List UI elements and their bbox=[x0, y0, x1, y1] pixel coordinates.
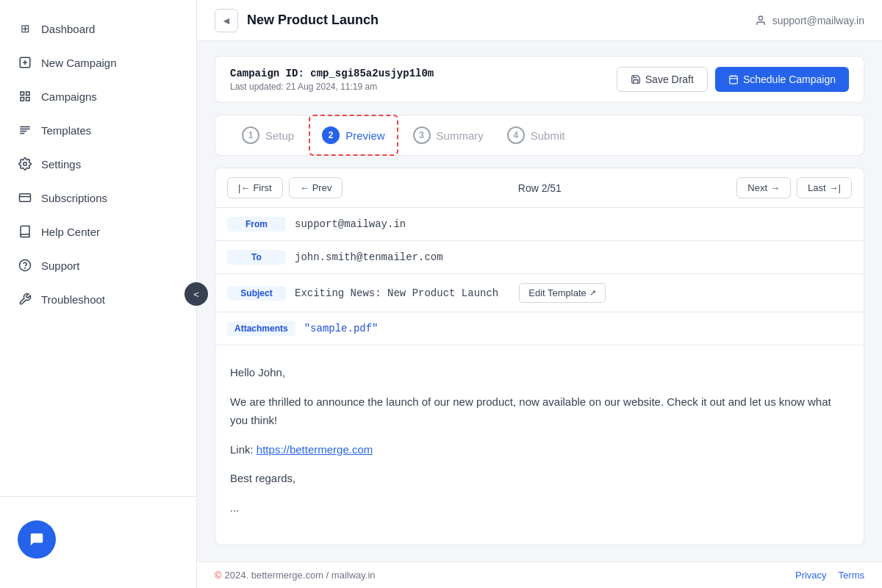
sidebar-label-templates: Templates bbox=[41, 124, 91, 137]
svg-rect-2 bbox=[20, 194, 31, 202]
last-label: Last bbox=[808, 182, 826, 193]
schedule-campaign-button[interactable]: Schedule Campaign bbox=[715, 67, 849, 92]
step-setup-circle: 1 bbox=[242, 126, 259, 144]
sidebar-item-settings[interactable]: Settings bbox=[0, 147, 196, 181]
row-navigator: |← First ← Prev Row 2/51 Next → Last bbox=[215, 168, 864, 208]
next-arrow-icon: → bbox=[770, 182, 780, 193]
email-ellipsis: ... bbox=[230, 498, 849, 517]
attachment-value: "sample.pdf" bbox=[304, 323, 379, 334]
email-link[interactable]: https://bettermerge.com bbox=[257, 443, 373, 456]
back-button[interactable]: ◄ bbox=[215, 9, 238, 32]
step-summary-circle: 3 bbox=[413, 126, 431, 144]
content-area: Campaign ID: cmp_sgi85a2usjyp1l0m Last u… bbox=[197, 41, 882, 562]
nav-btns-left: |← First ← Prev bbox=[227, 177, 343, 198]
campaign-id-value: cmp_sgi85a2usjyp1l0m bbox=[310, 68, 434, 79]
svg-point-4 bbox=[25, 268, 26, 268]
sidebar-bottom bbox=[0, 496, 196, 588]
main-content: ◄ New Product Launch support@mailway.in … bbox=[197, 0, 882, 588]
campaign-id: Campaign ID: cmp_sgi85a2usjyp1l0m bbox=[230, 68, 434, 79]
help-center-icon bbox=[18, 224, 32, 239]
email-link-line: Link: https://bettermerge.com bbox=[230, 440, 849, 459]
svg-rect-6 bbox=[730, 76, 738, 84]
first-label: First bbox=[253, 182, 271, 193]
steps-bar: 1 Setup 2 Preview 3 Summary 4 Sub bbox=[215, 115, 864, 156]
step-preview-circle: 2 bbox=[322, 126, 340, 144]
step-submit-label: Submit bbox=[531, 129, 565, 142]
step-preview[interactable]: 2 Preview bbox=[309, 115, 398, 156]
step-summary[interactable]: 3 Summary bbox=[401, 115, 495, 156]
prev-label: Prev bbox=[312, 182, 332, 193]
step-submit-circle: 4 bbox=[507, 126, 525, 144]
first-arrow-icon: |← bbox=[238, 182, 250, 193]
campaigns-icon bbox=[18, 89, 32, 104]
user-email: support@mailway.in bbox=[772, 15, 864, 26]
collapse-arrow-icon: < bbox=[193, 289, 199, 300]
sidebar-label-troubleshoot: Troubleshoot bbox=[41, 293, 105, 306]
attachments-field: Attachments "sample.pdf" bbox=[215, 312, 864, 345]
schedule-label: Schedule Campaign bbox=[743, 74, 836, 85]
sidebar-collapse-button[interactable]: < bbox=[184, 282, 208, 306]
campaign-meta: Campaign ID: cmp_sgi85a2usjyp1l0m Last u… bbox=[230, 68, 434, 92]
sidebar-item-troubleshoot[interactable]: Troubleshoot bbox=[0, 282, 196, 316]
sidebar-item-campaigns[interactable]: Campaigns bbox=[0, 79, 196, 113]
campaign-updated: Last updated: 21 Aug 2024, 11:19 am bbox=[230, 82, 434, 92]
svg-point-1 bbox=[24, 162, 27, 166]
sidebar-item-dashboard[interactable]: ⊞ Dashboard bbox=[0, 12, 196, 46]
subject-label: Subject bbox=[227, 286, 286, 301]
last-button[interactable]: Last →| bbox=[797, 177, 852, 198]
to-value: john.smith@tenmailer.com bbox=[295, 251, 443, 263]
copyright-symbol: © bbox=[215, 570, 222, 581]
sidebar-label-support: Support bbox=[41, 259, 80, 272]
sidebar-item-subscriptions[interactable]: Subscriptions bbox=[0, 181, 196, 215]
preview-panel: |← First ← Prev Row 2/51 Next → Last bbox=[215, 168, 864, 545]
page-title: New Product Launch bbox=[247, 12, 379, 28]
sidebar-label-settings: Settings bbox=[41, 158, 81, 171]
prev-button[interactable]: ← Prev bbox=[289, 177, 343, 198]
sidebar-item-help-center[interactable]: Help Center bbox=[0, 215, 196, 248]
updated-prefix: Last updated: bbox=[230, 82, 284, 92]
subject-field: Subject Exciting News: New Product Launc… bbox=[215, 274, 864, 312]
updated-value: 21 Aug 2024, 11:19 am bbox=[286, 82, 377, 92]
sidebar-nav: ⊞ Dashboard New Campaign Campaigns Templ… bbox=[0, 0, 196, 496]
sidebar: ⊞ Dashboard New Campaign Campaigns Templ… bbox=[0, 0, 197, 588]
page-footer: © 2024. bettermerge.com / mailway.in Pri… bbox=[197, 562, 882, 588]
sidebar-item-templates[interactable]: Templates bbox=[0, 113, 196, 147]
privacy-link[interactable]: Privacy bbox=[795, 570, 827, 581]
sidebar-label-new-campaign: New Campaign bbox=[41, 57, 117, 69]
page-header: ◄ New Product Launch support@mailway.in bbox=[197, 0, 882, 41]
sidebar-item-new-campaign[interactable]: New Campaign bbox=[0, 46, 196, 79]
attachments-label: Attachments bbox=[227, 321, 295, 336]
terms-link[interactable]: Terms bbox=[839, 570, 864, 581]
first-button[interactable]: |← First bbox=[227, 177, 283, 198]
save-draft-button[interactable]: Save Draft bbox=[617, 67, 708, 92]
sidebar-label-subscriptions: Subscriptions bbox=[41, 192, 107, 204]
email-para1: We are thrilled to announce the launch o… bbox=[230, 392, 849, 430]
step-preview-label: Preview bbox=[345, 129, 384, 142]
from-field: From support@mailway.in bbox=[215, 208, 864, 241]
troubleshoot-icon bbox=[18, 292, 32, 306]
nav-btns-right: Next → Last →| bbox=[736, 177, 852, 198]
back-arrow-icon: ◄ bbox=[221, 15, 232, 26]
chat-button[interactable] bbox=[18, 520, 56, 559]
campaign-actions: Save Draft Schedule Campaign bbox=[617, 67, 849, 92]
user-icon bbox=[755, 15, 767, 26]
templates-icon bbox=[18, 123, 32, 137]
sidebar-item-support[interactable]: Support bbox=[0, 248, 196, 282]
edit-template-button[interactable]: Edit Template ↗ bbox=[519, 283, 606, 303]
header-right: support@mailway.in bbox=[755, 15, 864, 26]
subscriptions-icon bbox=[18, 190, 32, 205]
svg-point-5 bbox=[759, 16, 762, 20]
from-value: support@mailway.in bbox=[295, 218, 406, 230]
from-label: From bbox=[227, 217, 286, 232]
next-button[interactable]: Next → bbox=[736, 177, 791, 198]
prev-arrow-icon: ← bbox=[300, 182, 309, 193]
campaign-id-label: Campaign ID: bbox=[230, 68, 304, 79]
step-setup-label: Setup bbox=[265, 129, 294, 142]
sidebar-label-campaigns: Campaigns bbox=[41, 90, 97, 103]
external-link-icon: ↗ bbox=[589, 288, 596, 298]
save-icon bbox=[631, 74, 641, 85]
edit-template-label: Edit Template bbox=[528, 287, 587, 298]
copyright-text: 2024. bettermerge.com / mailway.in bbox=[225, 570, 376, 581]
step-setup[interactable]: 1 Setup bbox=[230, 115, 306, 156]
step-submit[interactable]: 4 Submit bbox=[495, 115, 577, 156]
